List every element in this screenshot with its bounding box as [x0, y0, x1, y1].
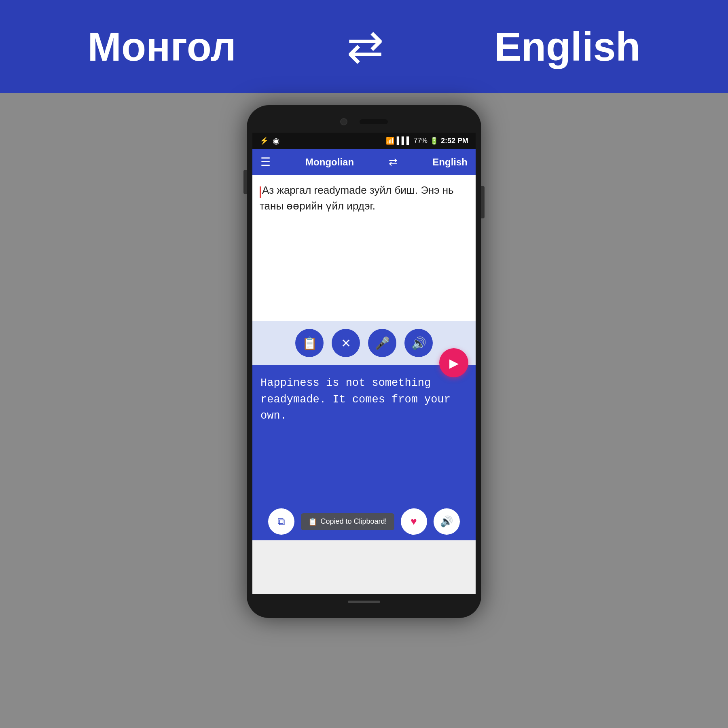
battery-icon: 🔋 [430, 137, 438, 145]
power-button[interactable] [481, 186, 485, 218]
status-time: 2:52 PM [441, 137, 468, 145]
header-lang-right[interactable]: English [494, 23, 640, 70]
wifi-icon: 📶 [386, 137, 394, 145]
favorite-button[interactable]: ♥ [401, 508, 427, 535]
volume-icon: 🔊 [440, 515, 453, 528]
notification-icon: ◉ [273, 136, 279, 146]
bottom-action-bar: ⧉ 📋 Copied to Clipboard! ♥ 🔊 [252, 503, 476, 540]
speaker-icon: 🔊 [411, 336, 426, 350]
clipboard-icon: 📋 [302, 336, 317, 350]
tts-input-button[interactable]: 🔊 [404, 329, 433, 357]
usb-icon: ⚡ [260, 136, 269, 145]
close-icon: ✕ [341, 336, 351, 350]
header-swap-icon: ⇄ [347, 21, 384, 72]
toolbar-lang-english[interactable]: English [432, 157, 468, 168]
toolbar-swap-icon[interactable]: ⇄ [389, 156, 398, 168]
toast-icon: 📋 [308, 517, 317, 526]
clipboard-button[interactable]: 📋 [295, 329, 324, 357]
output-text: Happiness is not something readymade. It… [260, 375, 468, 424]
status-left: ⚡ ◉ [260, 136, 279, 146]
app-toolbar: ☰ Mongolian ⇄ English [252, 149, 476, 175]
status-right: 📶 ▌▌▌ 77% 🔋 2:52 PM [386, 137, 468, 145]
phone-bottom-bezel [252, 594, 476, 610]
mic-icon: 🎤 [375, 336, 390, 350]
clear-button[interactable]: ✕ [332, 329, 360, 357]
clipboard-toast: 📋 Copied to Clipboard! [301, 513, 394, 530]
home-indicator[interactable] [348, 601, 380, 603]
phone-top-bezel [252, 113, 476, 133]
text-cursor [260, 186, 261, 198]
tts-output-button[interactable]: 🔊 [434, 508, 460, 535]
action-buttons-bar: 📋 ✕ 🎤 🔊 ▶ [252, 321, 476, 365]
send-button[interactable]: ▶ [439, 348, 468, 377]
heart-icon: ♥ [411, 515, 417, 528]
menu-button[interactable]: ☰ [260, 155, 271, 169]
output-area: Happiness is not something readymade. It… [252, 365, 476, 503]
copy-result-button[interactable]: ⧉ [268, 508, 294, 535]
copy-icon: ⧉ [277, 515, 285, 528]
phone-device: ⚡ ◉ 📶 ▌▌▌ 77% 🔋 2:52 PM ☰ Mongolian ⇄ En… [247, 105, 481, 618]
battery-level: 77% [414, 137, 427, 145]
signal-icon: ▌▌▌ [397, 137, 411, 145]
send-icon: ▶ [449, 356, 459, 370]
top-header: Монгол ⇄ English [0, 0, 728, 93]
phone-wrapper: ⚡ ◉ 📶 ▌▌▌ 77% 🔋 2:52 PM ☰ Mongolian ⇄ En… [247, 93, 481, 728]
input-text[interactable]: Аз жаргал readymade зуйл биш. Энэ нь тан… [260, 184, 454, 212]
status-bar: ⚡ ◉ 📶 ▌▌▌ 77% 🔋 2:52 PM [252, 133, 476, 149]
app-content: ☰ Mongolian ⇄ English Аз жаргал readymad… [252, 149, 476, 594]
toolbar-lang-mongolian[interactable]: Mongolian [305, 157, 354, 168]
microphone-button[interactable]: 🎤 [368, 329, 396, 357]
input-area[interactable]: Аз жаргал readymade зуйл биш. Энэ нь тан… [252, 175, 476, 321]
toast-text: Copied to Clipboard! [320, 517, 387, 526]
header-lang-left[interactable]: Монгол [88, 23, 236, 70]
front-camera [340, 118, 347, 125]
volume-button[interactable] [243, 170, 247, 194]
earpiece-speaker [360, 119, 388, 124]
